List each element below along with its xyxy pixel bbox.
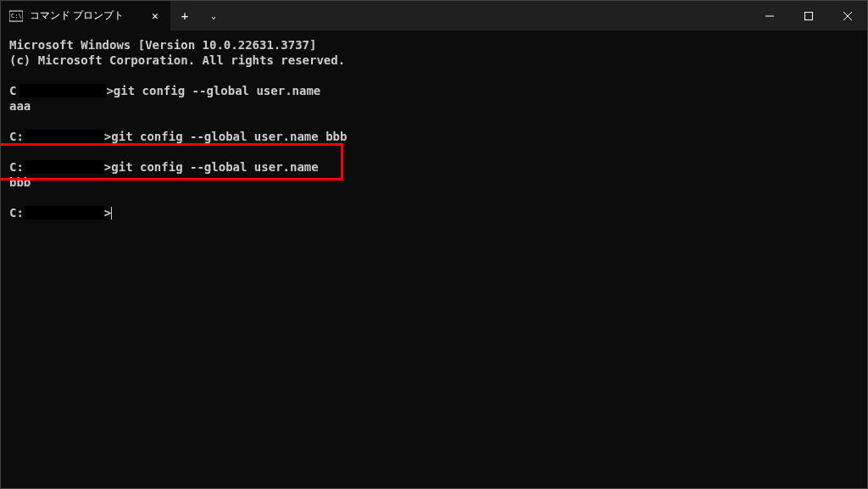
redacted-path (25, 160, 104, 174)
prompt-line: C:> (9, 205, 859, 220)
tab-dropdown-button[interactable]: ⌄ (199, 1, 228, 31)
output-line (9, 144, 859, 159)
output-line: aaa (9, 98, 859, 114)
tab-title: コマンド プロンプト (30, 8, 142, 23)
prompt-line: C>git config --global user.name (9, 83, 859, 98)
new-tab-button[interactable]: + (170, 1, 199, 31)
command-text: >git config --global user.name (106, 84, 320, 97)
prompt-line: C:>git config --global user.name bbb (9, 129, 859, 144)
tab-command-prompt[interactable]: C:\ コマンド プロンプト ✕ (1, 1, 170, 31)
prompt-prefix: C: (9, 160, 24, 174)
redacted-path (25, 206, 104, 219)
titlebar-spacer (228, 1, 750, 31)
command-text: >git config --global user.name (104, 160, 319, 174)
command-text: > (104, 206, 111, 219)
close-button[interactable] (828, 1, 867, 31)
redacted-path (19, 84, 106, 97)
redacted-path (25, 130, 104, 143)
prompt-prefix: C: (9, 130, 24, 143)
output-line (9, 190, 859, 205)
minimize-button[interactable] (750, 1, 789, 31)
prompt-line: C:>git config --global user.name (9, 159, 859, 175)
output-line: bbb (9, 175, 859, 190)
output-line: Microsoft Windows [Version 10.0.22631.37… (9, 37, 859, 53)
cmd-icon: C:\ (9, 9, 23, 23)
prompt-prefix: C (9, 84, 16, 97)
svg-rect-3 (805, 12, 813, 19)
maximize-button[interactable] (789, 1, 828, 31)
cursor (111, 207, 112, 219)
output-line (9, 114, 859, 129)
svg-text:C:\: C:\ (11, 13, 22, 19)
tab-close-button[interactable]: ✕ (148, 9, 162, 23)
command-text: >git config --global user.name bbb (104, 130, 348, 143)
titlebar: C:\ コマンド プロンプト ✕ + ⌄ (1, 1, 867, 31)
window-controls (750, 1, 867, 31)
prompt-prefix: C: (9, 206, 24, 219)
output-line (9, 68, 859, 83)
tab-controls: + ⌄ (170, 1, 228, 31)
terminal-content[interactable]: Microsoft Windows [Version 10.0.22631.37… (1, 31, 867, 227)
output-line: (c) Microsoft Corporation. All rights re… (9, 53, 859, 68)
